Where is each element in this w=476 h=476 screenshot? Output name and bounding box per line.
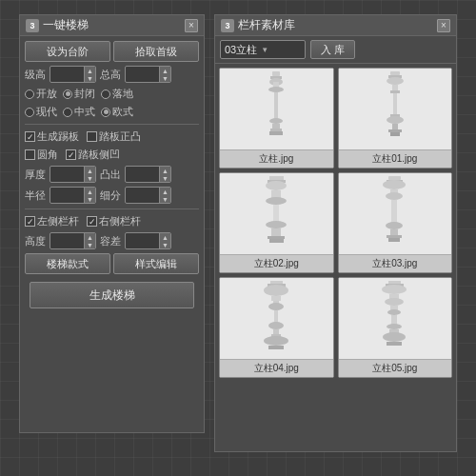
level-height-spinner[interactable]: ▲ ▼ [84, 67, 95, 82]
svg-rect-60 [391, 315, 397, 325]
radius-spinner[interactable]: ▲ ▼ [84, 188, 95, 203]
gallery-thumb-0 [220, 69, 333, 149]
radio-european-dot [101, 108, 110, 117]
radius-down[interactable]: ▼ [84, 195, 95, 203]
svg-point-51 [264, 336, 288, 346]
protrude-input[interactable]: 10 ▲ ▼ [125, 166, 171, 183]
thickness-label: 厚度 [25, 168, 46, 182]
checkbox-step-side-concave[interactable]: ✓ 踏板侧凹 [66, 148, 120, 162]
height-tolerance-row: 高度 900 ▲ ▼ 容差 10 ▲ ▼ [25, 232, 199, 249]
pillar-2-svg [250, 176, 303, 252]
checkbox-step-convex[interactable]: 踏板正凸 [87, 129, 141, 144]
gallery-item-1[interactable]: 立柱01.jpg [338, 68, 453, 169]
total-height-input[interactable]: 3000 ▲ ▼ [125, 66, 171, 83]
radius-up[interactable]: ▲ [84, 188, 95, 195]
total-height-up[interactable]: ▲ [159, 67, 170, 74]
gallery-item-3[interactable]: 立柱03.jpg [338, 172, 453, 273]
height-input-row: 级高 150 ▲ ▼ 总高 3000 ▲ ▼ [25, 66, 199, 83]
generate-button[interactable]: 生成楼梯 [30, 282, 194, 308]
subdivision-input[interactable]: 5 ▲ ▼ [125, 187, 171, 204]
svg-rect-41 [270, 281, 283, 284]
gallery-item-4[interactable]: 立柱04.jpg [219, 277, 334, 378]
left-panel-titlebar[interactable]: 3 一键楼梯 × [20, 15, 204, 36]
gallery-area[interactable]: 立柱.jpg [215, 64, 456, 451]
level-height-input[interactable]: 150 ▲ ▼ [50, 66, 96, 83]
rail-height-down[interactable]: ▼ [84, 241, 95, 248]
left-panel-close-button[interactable]: × [185, 19, 198, 32]
svg-rect-30 [269, 239, 284, 243]
svg-point-35 [386, 192, 403, 200]
edit-style-button[interactable]: 样式编辑 [113, 253, 199, 274]
thickness-spinner[interactable]: ▲ ▼ [84, 167, 95, 182]
gallery-label-4: 立柱04.jpg [220, 359, 333, 377]
level-height-up[interactable]: ▲ [84, 67, 95, 74]
radio-closed[interactable]: 封闭 [63, 87, 95, 101]
pillar-5-svg [368, 281, 421, 357]
svg-rect-44 [271, 296, 281, 301]
protrude-spinner[interactable]: ▲ ▼ [159, 167, 170, 182]
checkbox-round-corner[interactable]: 圆角 [25, 148, 58, 162]
radius-input[interactable]: 5 ▲ ▼ [50, 187, 96, 204]
import-button[interactable]: 入 库 [310, 40, 355, 59]
tolerance-up[interactable]: ▲ [159, 233, 170, 241]
svg-rect-0 [272, 71, 280, 76]
svg-point-37 [386, 222, 403, 229]
category-dropdown[interactable]: 03立柱 ▼ [220, 40, 306, 59]
svg-point-17 [387, 116, 404, 124]
radio-open-dot [25, 89, 34, 99]
thickness-input[interactable]: 25 ▲ ▼ [50, 166, 96, 183]
radio-ground[interactable]: 落地 [101, 87, 133, 101]
total-height-label: 总高 [100, 68, 121, 82]
radio-chinese-label: 中式 [74, 105, 95, 119]
stair-style-button[interactable]: 楼梯款式 [25, 253, 110, 274]
checkbox-tread-panel[interactable]: ✓ 生成踢板 [25, 129, 79, 144]
checkbox-left-rail[interactable]: ✓ 左侧栏杆 [25, 214, 79, 228]
radio-group-2: 现代 中式 欧式 [25, 105, 199, 119]
gallery-item-2[interactable]: 立柱02.jpg [219, 172, 334, 273]
gallery-thumb-1 [339, 69, 452, 149]
checkbox-row-2: 圆角 ✓ 踏板侧凹 [25, 148, 199, 162]
subdivision-label: 细分 [100, 188, 121, 203]
svg-point-61 [387, 324, 402, 329]
pick-first-button[interactable]: 拾取首级 [113, 41, 199, 62]
subdivision-up[interactable]: ▲ [159, 188, 170, 195]
radio-open-label: 开放 [36, 87, 57, 101]
protrude-up[interactable]: ▲ [159, 167, 170, 174]
total-height-down[interactable]: ▼ [159, 74, 170, 82]
radio-chinese[interactable]: 中式 [63, 105, 95, 119]
gallery-item-5[interactable]: 立柱05.jpg [338, 277, 453, 378]
tolerance-spinner[interactable]: ▲ ▼ [159, 233, 170, 248]
gallery-thumb-3 [339, 173, 452, 254]
svg-point-12 [387, 77, 404, 85]
rail-height-spinner[interactable]: ▲ ▼ [84, 233, 95, 248]
radio-ground-label: 落地 [112, 87, 133, 101]
radio-open[interactable]: 开放 [25, 87, 57, 101]
subdivision-down[interactable]: ▼ [159, 195, 170, 203]
rail-height-input[interactable]: 900 ▲ ▼ [50, 232, 96, 249]
right-panel-titlebar[interactable]: 3 栏杆素材库 × [215, 15, 456, 36]
svg-rect-10 [390, 71, 400, 75]
right-panel-close-button[interactable]: × [437, 19, 450, 32]
total-height-spinner[interactable]: ▲ ▼ [159, 67, 170, 82]
tolerance-down[interactable]: ▼ [159, 241, 170, 248]
svg-rect-18 [392, 124, 398, 129]
radio-closed-dot [63, 89, 72, 99]
protrude-down[interactable]: ▼ [159, 174, 170, 182]
radio-closed-label: 封闭 [74, 87, 95, 101]
svg-rect-64 [387, 342, 402, 346]
radio-european[interactable]: 欧式 [101, 105, 133, 119]
subdivision-spinner[interactable]: ▲ ▼ [159, 188, 170, 203]
set-base-button[interactable]: 设为台阶 [25, 41, 110, 62]
thickness-up[interactable]: ▲ [84, 167, 95, 174]
radio-modern[interactable]: 现代 [25, 105, 57, 119]
tolerance-input[interactable]: 10 ▲ ▼ [125, 232, 171, 249]
level-height-down[interactable]: ▼ [84, 74, 95, 82]
thickness-down[interactable]: ▼ [84, 174, 95, 182]
gallery-item-0[interactable]: 立柱.jpg [219, 68, 334, 169]
rail-checkbox-row: ✓ 左侧栏杆 ✓ 右侧栏杆 [25, 214, 199, 228]
rail-height-up[interactable]: ▲ [84, 233, 95, 241]
svg-rect-20 [390, 132, 400, 136]
checkbox-right-rail[interactable]: ✓ 右侧栏杆 [87, 214, 141, 228]
gallery-thumb-2 [220, 173, 333, 254]
panel-icon-left: 3 [26, 19, 39, 32]
